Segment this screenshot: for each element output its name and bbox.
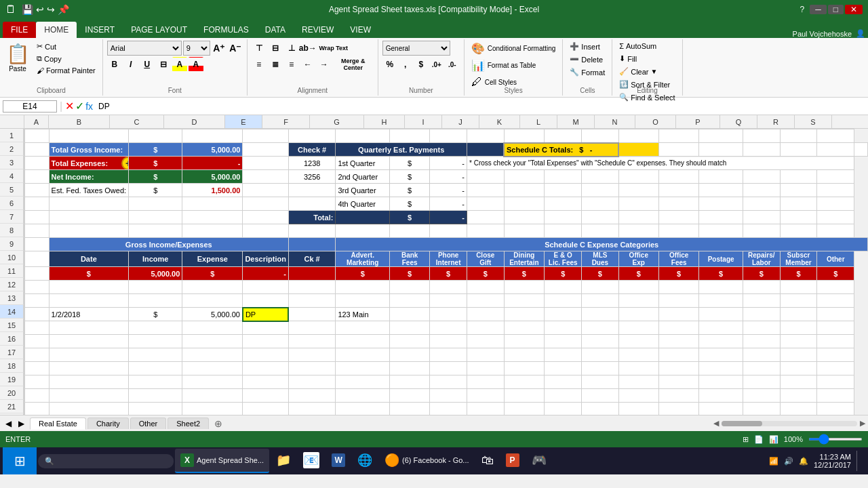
cell-d1[interactable] — [182, 129, 243, 143]
cell-n14[interactable] — [618, 308, 658, 321]
cell-s6[interactable] — [817, 197, 854, 211]
cell-j4[interactable] — [467, 170, 504, 184]
cell-j10[interactable]: CloseGift — [467, 251, 504, 267]
row-num-4[interactable]: 4 — [0, 169, 24, 183]
row-num-17[interactable]: 17 — [0, 346, 24, 359]
cell-s21[interactable] — [817, 403, 854, 415]
cell-l1[interactable] — [545, 129, 582, 143]
sheet-tab-charity[interactable]: Charity — [87, 418, 129, 429]
cell-c14[interactable]: $ — [129, 308, 182, 321]
cell-m6[interactable] — [582, 197, 618, 211]
cell-i4[interactable]: - — [430, 170, 467, 184]
cell-c18[interactable] — [129, 362, 182, 375]
cell-a6[interactable] — [25, 197, 50, 211]
cell-q16[interactable] — [743, 335, 780, 348]
cell-q19[interactable] — [743, 375, 780, 389]
cell-f14[interactable] — [288, 308, 335, 321]
taskbar-explorer[interactable]: 📁 — [271, 449, 296, 473]
cell-g1[interactable] — [336, 129, 390, 143]
increase-indent-button[interactable]: → — [317, 57, 332, 72]
cell-e21[interactable] — [243, 403, 289, 415]
cell-k13[interactable] — [504, 294, 545, 308]
cell-e19[interactable] — [243, 375, 289, 389]
cell-n8[interactable] — [618, 224, 658, 238]
confirm-formula-icon[interactable]: ✓ — [75, 100, 84, 113]
cell-i17[interactable] — [430, 348, 467, 362]
cell-o7[interactable] — [658, 211, 698, 224]
cell-r13[interactable] — [780, 294, 817, 308]
cell-b15[interactable] — [49, 321, 128, 335]
format-cells-button[interactable]: 🔧 Format — [567, 66, 608, 78]
cell-e17[interactable] — [243, 348, 289, 362]
cell-c16[interactable] — [129, 335, 182, 348]
col-header-p[interactable]: P — [676, 115, 720, 128]
notification-icon[interactable]: 🔔 — [799, 457, 808, 466]
cell-n13[interactable] — [618, 294, 658, 308]
cell-r10[interactable]: SubscrMember — [780, 251, 817, 267]
cell-q18[interactable] — [743, 362, 780, 375]
cell-g8[interactable] — [336, 224, 390, 238]
cell-b20[interactable] — [49, 389, 128, 403]
taskbar-word[interactable]: W — [326, 449, 351, 473]
cell-a19[interactable] — [25, 375, 50, 389]
cell-d6[interactable] — [182, 197, 243, 211]
copy-button[interactable]: ⧉ Copy — [34, 53, 98, 64]
cell-l4[interactable] — [545, 170, 582, 184]
cell-o4[interactable] — [658, 170, 698, 184]
increase-decimal-button[interactable]: .0+ — [429, 57, 444, 72]
cell-e1[interactable] — [243, 129, 289, 143]
cell-r5[interactable] — [780, 184, 817, 197]
cell-f9[interactable]: Schedule C Expense Categories — [336, 238, 868, 251]
cell-f4[interactable]: 3256 — [288, 170, 335, 184]
cell-n6[interactable] — [618, 197, 658, 211]
format-as-table-button[interactable]: 📊 Format as Table — [469, 58, 539, 73]
cell-g3[interactable]: 1st Quarter — [336, 157, 390, 170]
cell-b21[interactable] — [49, 403, 128, 415]
autosum-button[interactable]: Σ AutoSum — [616, 41, 659, 52]
cell-m11[interactable]: $ — [582, 267, 618, 281]
cell-a15[interactable] — [25, 321, 50, 335]
cell-c17[interactable] — [129, 348, 182, 362]
cell-q6[interactable] — [743, 197, 780, 211]
cell-k5[interactable] — [504, 184, 545, 197]
col-header-j[interactable]: J — [442, 115, 479, 128]
cell-e8[interactable] — [243, 224, 289, 238]
cell-k15[interactable] — [504, 321, 545, 335]
cell-q2[interactable] — [780, 143, 817, 157]
cell-o20[interactable] — [658, 389, 698, 403]
tab-data[interactable]: DATA — [257, 22, 294, 38]
cell-h11[interactable]: $ — [390, 267, 430, 281]
cancel-formula-icon[interactable]: ✕ — [65, 100, 74, 113]
start-button[interactable]: ⊞ — [3, 447, 37, 474]
cell-p17[interactable] — [699, 348, 743, 362]
cell-e18[interactable] — [243, 362, 289, 375]
cell-a3[interactable] — [25, 157, 50, 170]
cell-a16[interactable] — [25, 335, 50, 348]
cell-i10[interactable]: PhoneInternet — [430, 251, 467, 267]
cell-f3[interactable]: 1238 — [288, 157, 335, 170]
cell-n7[interactable] — [618, 211, 658, 224]
cell-p20[interactable] — [699, 389, 743, 403]
tab-view[interactable]: VIEW — [342, 22, 379, 38]
row-num-9[interactable]: 9 — [0, 237, 24, 251]
cell-a11[interactable] — [25, 267, 50, 281]
cell-n4[interactable] — [618, 170, 658, 184]
col-header-h[interactable]: H — [364, 115, 405, 128]
cell-e15[interactable] — [243, 321, 289, 335]
cell-s14[interactable] — [817, 308, 854, 321]
cell-d17[interactable] — [182, 348, 243, 362]
cell-e12[interactable] — [243, 281, 289, 294]
network-icon[interactable]: 📶 — [769, 457, 778, 466]
cell-a2[interactable] — [25, 143, 50, 157]
cell-n1[interactable] — [618, 129, 658, 143]
cell-n18[interactable] — [618, 362, 658, 375]
cell-j20[interactable] — [467, 389, 504, 403]
cell-b14[interactable]: 1/2/2018 — [49, 308, 128, 321]
cell-a13[interactable] — [25, 294, 50, 308]
cell-p5[interactable] — [699, 184, 743, 197]
cell-a5[interactable] — [25, 184, 50, 197]
cell-r11[interactable]: $ — [780, 267, 817, 281]
cell-o12[interactable] — [658, 281, 698, 294]
cell-i7[interactable]: - — [430, 211, 467, 224]
cell-g5[interactable]: 3rd Quarter — [336, 184, 390, 197]
